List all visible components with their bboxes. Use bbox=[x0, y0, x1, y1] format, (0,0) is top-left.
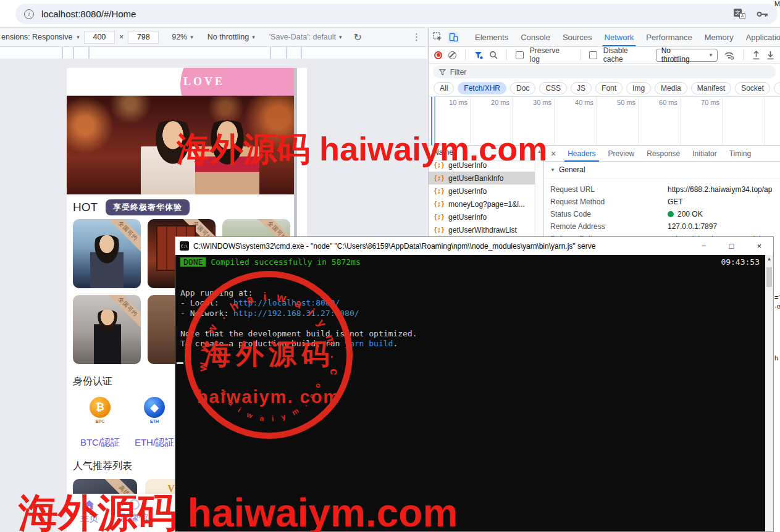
disable-cache-label[interactable]: Disable cache bbox=[603, 46, 650, 64]
cmd-scrollbar-thumb[interactable] bbox=[766, 267, 772, 287]
request-row[interactable]: {;} getUserInfo bbox=[429, 159, 535, 172]
export-har-icon[interactable] bbox=[766, 51, 774, 60]
home-icon bbox=[83, 499, 95, 510]
request-type-chip[interactable]: All bbox=[434, 82, 454, 94]
page-info-icon[interactable]: i bbox=[24, 9, 34, 19]
coin-icon: ₿ bbox=[90, 397, 111, 418]
request-row[interactable]: {;} getUserInfo bbox=[429, 185, 535, 197]
filter-icon bbox=[439, 69, 446, 75]
request-type-chip[interactable]: Fetch/XHR bbox=[458, 82, 506, 94]
gallery-photo[interactable]: 全国可约 bbox=[73, 295, 141, 364]
filter-input[interactable] bbox=[450, 68, 770, 77]
coin-sub-label: BTC bbox=[96, 419, 104, 423]
request-row[interactable]: {;} getUserBankInfo bbox=[429, 172, 535, 185]
devtools-tab[interactable]: Memory bbox=[698, 28, 740, 47]
inspect-element-icon[interactable] bbox=[433, 32, 443, 42]
devtools-tab[interactable]: Console bbox=[514, 28, 556, 47]
preserve-log-checkbox[interactable] bbox=[516, 51, 524, 59]
scroll-up-icon[interactable]: ▲ bbox=[765, 255, 773, 264]
header-value: 127.0.0.1:7897 bbox=[668, 222, 717, 231]
throttling-select[interactable]: No throttling ▾ bbox=[208, 33, 255, 41]
request-row[interactable]: {;} getUserWithdrawList bbox=[429, 223, 535, 236]
nav-item[interactable]: 主页 bbox=[67, 494, 112, 532]
divider bbox=[465, 49, 466, 60]
clear-network-log-icon[interactable] bbox=[448, 51, 456, 59]
request-row[interactable]: {;} moneyLog?page=1&l... bbox=[429, 197, 535, 210]
network-overview-timeline[interactable]: 10 ms 20 ms 30 ms 40 ms 50 ms 60 ms 70 m… bbox=[429, 97, 780, 146]
timeline-marker bbox=[434, 97, 435, 145]
zoom-select[interactable]: 92% ▾ bbox=[172, 33, 193, 41]
identity-item[interactable]: ₿ BTC BTC/認証 bbox=[73, 397, 127, 449]
devtools-tab[interactable]: Elements bbox=[469, 28, 514, 47]
cmd-titlebar[interactable]: C:\ C:\WINDOWS\system32\cmd.exe - "node"… bbox=[175, 237, 773, 255]
dimensions-label[interactable]: ensions: Responsive bbox=[1, 33, 72, 41]
ruler-tick bbox=[270, 47, 271, 59]
device-toolbar-toggle-icon[interactable] bbox=[448, 31, 459, 43]
request-type-chip[interactable]: CSS bbox=[539, 82, 567, 94]
hero-banner-image[interactable] bbox=[67, 96, 294, 194]
cmd-timestamp: 09:43:53 bbox=[721, 257, 760, 267]
identity-item[interactable]: ◆ ETH ETH/認証 bbox=[127, 397, 182, 449]
section-caret-icon: ▼ bbox=[550, 167, 555, 173]
save-data-caret-icon: ▾ bbox=[339, 34, 342, 40]
network-throttling-select[interactable]: No throttling ▾ bbox=[656, 49, 718, 62]
divider bbox=[506, 49, 507, 60]
cmd-window[interactable]: C:\ C:\WINDOWS\system32\cmd.exe - "node"… bbox=[175, 236, 774, 532]
timeline-tick bbox=[723, 97, 765, 145]
request-type-chip[interactable]: Doc bbox=[510, 82, 535, 94]
devtools-tab[interactable]: Performance bbox=[640, 28, 698, 47]
build-prefix: To create a production build, run bbox=[180, 339, 345, 348]
details-tab[interactable]: Initiator bbox=[686, 146, 723, 162]
request-type-chip[interactable]: Manifest bbox=[691, 82, 731, 94]
ruler-tick bbox=[301, 47, 302, 59]
password-key-icon[interactable] bbox=[757, 10, 769, 18]
device-toolbar-more-icon[interactable]: ⋮ bbox=[412, 31, 421, 43]
url-text[interactable]: localhost:8080/#/Home bbox=[41, 9, 136, 19]
close-details-icon[interactable]: × bbox=[545, 149, 561, 159]
translate-icon[interactable]: 文 A bbox=[734, 9, 745, 19]
request-type-chip[interactable]: JS bbox=[571, 82, 592, 94]
network-url-link[interactable]: http://192.168.31.27:8080/ bbox=[233, 309, 359, 318]
verified-v-icon: V bbox=[167, 483, 175, 494]
search-icon[interactable] bbox=[489, 51, 498, 59]
network-conditions-icon[interactable] bbox=[724, 51, 734, 60]
maximize-button[interactable]: □ bbox=[718, 237, 745, 255]
record-network-log-icon[interactable] bbox=[434, 51, 442, 59]
minimize-button[interactable]: − bbox=[690, 237, 718, 255]
general-section-title: General bbox=[559, 165, 585, 174]
devtools-tab[interactable]: Network bbox=[598, 28, 640, 47]
preserve-log-label[interactable]: Preserve log bbox=[530, 46, 571, 64]
dimensions-times: × bbox=[119, 33, 124, 41]
devtools-tab[interactable]: Sources bbox=[556, 28, 598, 47]
request-type-chip[interactable]: Socket bbox=[735, 82, 770, 94]
nav-item[interactable]: 影像馆 bbox=[112, 494, 157, 532]
filter-input-box[interactable] bbox=[433, 65, 776, 78]
general-section-header[interactable]: ▼ General bbox=[544, 162, 780, 178]
cmd-scrollbar[interactable]: ▲ bbox=[765, 255, 773, 531]
details-tab[interactable]: Preview bbox=[602, 146, 641, 162]
viewport-height-input[interactable] bbox=[128, 31, 159, 44]
header-row: Request URL https://688.2.haiwaiym34.top… bbox=[550, 183, 780, 196]
header-value: https://688.2.haiwaiym34.top/ap bbox=[668, 185, 772, 194]
request-type-chip[interactable]: Img bbox=[626, 82, 651, 94]
scroll-up-icon[interactable]: ▲ bbox=[537, 149, 542, 154]
gallery-photo[interactable]: 全国可约 bbox=[73, 219, 141, 288]
save-data-select[interactable]: 'Save-Data': default ▾ bbox=[269, 33, 342, 41]
details-tabs: Headers Preview Response Initiator Timin… bbox=[561, 146, 757, 162]
address-pill[interactable]: i localhost:8080/#/Home 文 A bbox=[15, 4, 778, 24]
details-tab[interactable]: Headers bbox=[561, 146, 602, 162]
viewport-width-input[interactable] bbox=[84, 31, 115, 44]
request-row[interactable]: {;} getUserInfo bbox=[429, 210, 535, 223]
timeline-marker bbox=[431, 97, 432, 145]
request-type-chip[interactable]: Font bbox=[595, 82, 623, 94]
details-tab[interactable]: Response bbox=[640, 146, 686, 162]
filter-funnel-icon[interactable] bbox=[474, 51, 483, 59]
import-har-icon[interactable] bbox=[752, 51, 760, 60]
details-tab[interactable]: Timing bbox=[723, 146, 758, 162]
local-url-link[interactable]: http://localhost:8080/ bbox=[233, 298, 340, 307]
request-type-chip[interactable]: Media bbox=[655, 82, 687, 94]
request-list-scrollbar[interactable]: ▲ bbox=[535, 146, 543, 239]
rotate-device-icon[interactable]: ↻ bbox=[354, 31, 362, 43]
disable-cache-checkbox[interactable] bbox=[589, 51, 597, 59]
close-button[interactable]: × bbox=[745, 237, 773, 255]
